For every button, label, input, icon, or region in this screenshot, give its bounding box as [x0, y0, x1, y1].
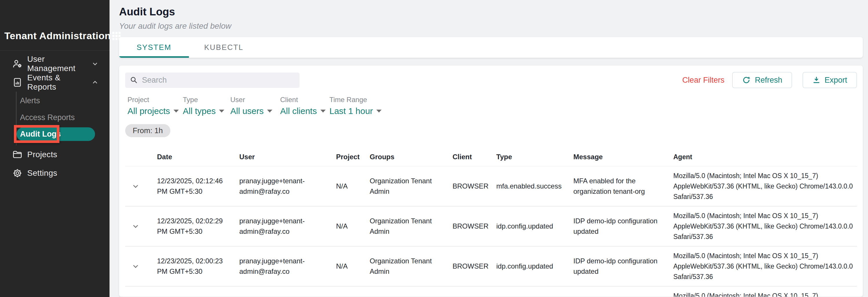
search-box[interactable]: [125, 73, 300, 88]
row-expand-chevron[interactable]: [125, 222, 157, 231]
cell-groups: Organization Tenant Admin: [370, 252, 453, 281]
cell-agent: Mozilla/5.0 (Macintosh; Intel Mac OS X 1…: [673, 207, 857, 246]
manage-accounts-icon: [12, 59, 23, 69]
cell-agent: Mozilla/5.0 (Macintosh; Intel Mac OS X 1…: [673, 287, 857, 297]
cell-client: BROWSER: [453, 177, 496, 195]
cell-user: pranay.jugge+tenant-admin@rafay.co: [239, 212, 336, 241]
filter-label: Client: [280, 96, 330, 104]
app-title: Tenant Administration: [4, 30, 111, 42]
gear-icon: [12, 168, 23, 179]
toolbar: Clear Filters Refresh Export: [125, 72, 857, 88]
export-button[interactable]: Export: [803, 72, 857, 88]
sidebar-nav: User Management Events & Reports Alerts …: [0, 55, 110, 183]
filter-value: All users: [230, 106, 264, 116]
cell-agent: Mozilla/5.0 (Macintosh; Intel Mac OS X 1…: [673, 246, 857, 286]
cell-user: pranay.jugge+tenant-admin@rafay.co: [239, 252, 336, 281]
main-content: Audit Logs Your audit logs are listed be…: [110, 0, 868, 297]
sidebar-item-label: User Management: [27, 55, 91, 73]
column-header-type: Type: [496, 147, 574, 166]
dropdown-arrow-icon: [219, 110, 224, 112]
cell-message: IDP demo-idp configuration updated: [574, 252, 673, 281]
sidebar-divider: [0, 50, 110, 51]
cell-message: IDP demo-idp configuration updated: [574, 212, 673, 241]
sidebar-item-label: Projects: [27, 150, 99, 159]
export-button-label: Export: [825, 76, 847, 85]
cell-project: N/A: [336, 257, 370, 275]
active-filter-chips: From: 1h: [125, 124, 857, 137]
tab-system[interactable]: SYSTEM: [119, 37, 189, 58]
filter-label: User: [230, 96, 280, 104]
filter-project-dropdown[interactable]: All projects: [127, 106, 183, 116]
cell-date: 12/23/2025, 01:58:23 PM GMT+5:30: [157, 292, 239, 297]
dropdown-arrow-icon: [320, 110, 326, 112]
sidebar-subitem-alerts[interactable]: Alerts: [17, 92, 110, 109]
events-reports-submenu: Alerts Access Reports Audit Logs: [16, 92, 110, 145]
cell-date: 12/23/2025, 02:00:23 PM GMT+5:30: [157, 252, 239, 281]
cell-agent: Mozilla/5.0 (Macintosh; Intel Mac OS X 1…: [673, 166, 857, 206]
search-icon: [130, 76, 138, 84]
cell-type: idp.config.updated: [496, 257, 574, 275]
folder-icon: [12, 150, 23, 160]
filter-value: Last 1 hour: [330, 106, 373, 116]
clear-filters-link[interactable]: Clear Filters: [682, 76, 724, 85]
sidebar-item-projects[interactable]: Projects: [0, 145, 110, 164]
filter-time-range: Time Range Last 1 hour: [330, 96, 381, 116]
column-header-message: Message: [574, 147, 673, 166]
table-row: 12/23/2025, 02:00:23 PM GMT+5:30 pranay.…: [125, 246, 857, 287]
filter-client: Client All clients: [280, 96, 330, 116]
cell-groups: Organization Tenant Admin: [370, 212, 453, 241]
sidebar-item-user-management[interactable]: User Management: [0, 55, 110, 73]
filter-client-dropdown[interactable]: All clients: [280, 106, 330, 116]
page-subtitle: Your audit logs are listed below: [119, 22, 863, 31]
filter-value: All types: [183, 106, 216, 116]
table-row: 12/23/2025, 01:58:23 PM GMT+5:30 pranay.…: [125, 287, 857, 297]
column-header-date: Date: [157, 147, 239, 166]
search-input[interactable]: [142, 76, 295, 85]
dropdown-arrow-icon: [174, 110, 179, 112]
row-expand-chevron[interactable]: [125, 262, 157, 271]
audit-logs-panel: Clear Filters Refresh Export: [119, 65, 863, 297]
filter-time-range-dropdown[interactable]: Last 1 hour: [330, 106, 381, 116]
cell-type: mfa.enabled.success: [496, 177, 574, 195]
column-header-client: Client: [453, 147, 496, 166]
cell-groups: Organization Tenant Admin: [370, 292, 453, 297]
dropdown-arrow-icon: [267, 110, 272, 112]
filter-label: Type: [183, 96, 230, 104]
sidebar-item-settings[interactable]: Settings: [0, 164, 110, 183]
cell-project: N/A: [336, 177, 370, 195]
filter-type: Type All types: [183, 96, 230, 116]
filter-row: Project All projects Type All types User…: [125, 96, 857, 116]
cell-user: pranay.jugge+tenant-admin@rafay.co: [239, 172, 336, 201]
dropdown-arrow-icon: [376, 110, 381, 112]
refresh-button[interactable]: Refresh: [732, 72, 792, 88]
cell-client: BROWSER: [453, 257, 496, 275]
row-expand-chevron[interactable]: [125, 182, 157, 191]
column-header-project: Project: [336, 147, 370, 166]
filter-value: All clients: [280, 106, 317, 116]
cell-groups: Organization Tenant Admin: [370, 172, 453, 201]
page-title: Audit Logs: [119, 6, 863, 18]
sidebar-item-events-reports[interactable]: Events & Reports: [0, 73, 110, 92]
filter-user-dropdown[interactable]: All users: [230, 106, 280, 116]
sidebar-subitem-audit-logs[interactable]: Audit Logs: [17, 127, 95, 141]
filter-user: User All users: [230, 96, 280, 116]
column-header-agent: Agent: [673, 147, 857, 166]
cell-date: 12/23/2025, 02:02:29 PM GMT+5:30: [157, 212, 239, 241]
sidebar-subitem-access-reports[interactable]: Access Reports: [17, 109, 110, 126]
sidebar-item-label: Settings: [27, 168, 99, 178]
tab-kubectl[interactable]: KUBECTL: [189, 37, 259, 58]
chevron-down-icon: [91, 60, 99, 68]
sidebar-subitem-label: Audit Logs: [20, 130, 61, 139]
table-row: 12/23/2025, 02:02:29 PM GMT+5:30 pranay.…: [125, 207, 857, 246]
filter-value: All projects: [127, 106, 170, 116]
refresh-icon: [742, 76, 751, 84]
cell-type: idp.config.updated: [496, 217, 574, 236]
column-header-user: User: [239, 147, 336, 166]
filter-label: Project: [127, 96, 183, 104]
filter-type-dropdown[interactable]: All types: [183, 106, 230, 116]
sidebar-item-label: Events & Reports: [27, 73, 91, 92]
cell-project: N/A: [336, 217, 370, 236]
cell-message: IDP demo-idp configuration created: [574, 292, 673, 297]
active-tab-indicator: [119, 56, 189, 58]
tab-bar: SYSTEM KUBECTL: [119, 37, 863, 58]
